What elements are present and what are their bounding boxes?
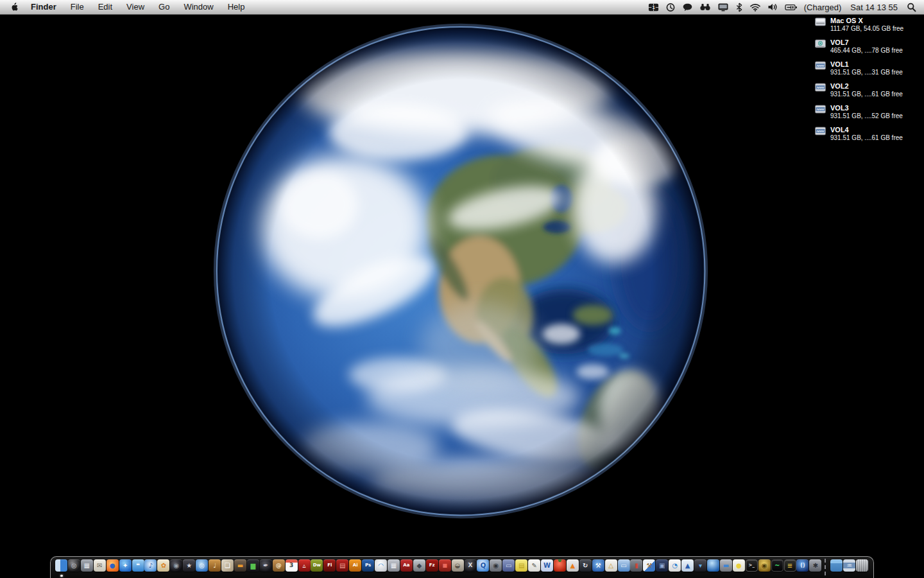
dock-icon-imovie-star[interactable]: ★ bbox=[183, 557, 195, 578]
dock-icon-raid-drive[interactable]: ♒ bbox=[843, 557, 855, 578]
dock-icon-ical[interactable]: 3 bbox=[286, 557, 298, 578]
desktop-volume-vol1[interactable]: VOL1931.51 GB, ....31 GB free bbox=[815, 60, 911, 76]
dock-icon-theater-chair-app[interactable]: ■ bbox=[439, 557, 451, 578]
spaces-icon[interactable]: 1 bbox=[648, 0, 659, 14]
dock-icon-calculator[interactable]: ▦ bbox=[388, 557, 400, 578]
desktop-volume-vol4[interactable]: VOL4931.51 GB, ....61 GB free bbox=[815, 126, 911, 142]
dock-icon-flask-app[interactable]: ▾ bbox=[694, 557, 706, 578]
desktop-volume-mac-os-x[interactable]: Mac OS X111.47 GB, 54.05 GB free bbox=[815, 17, 911, 33]
dock-icon-chart-app[interactable]: ▆ bbox=[247, 557, 259, 578]
desktop-volume-vol2[interactable]: VOL2931.51 GB, ....61 GB free bbox=[815, 82, 911, 98]
dock-icon-finder[interactable] bbox=[55, 557, 67, 578]
battery-label[interactable]: (Charged) bbox=[804, 3, 842, 12]
menu-help[interactable]: Help bbox=[221, 0, 252, 14]
menu-edit[interactable]: Edit bbox=[91, 0, 119, 14]
app-menus: FinderFileEditViewGoWindowHelp bbox=[24, 0, 252, 14]
menu-view[interactable]: View bbox=[119, 0, 151, 14]
frames-app-glyph: ❏ bbox=[225, 559, 230, 572]
dock-icon-lightbulb-app[interactable]: ● bbox=[733, 557, 745, 578]
dock-icon-spaces-app[interactable]: ▦ bbox=[81, 557, 93, 578]
dock-icon-aperture[interactable]: ◉ bbox=[170, 557, 182, 578]
dock-icon-airport-utility[interactable]: ◠ bbox=[375, 557, 387, 578]
dock-icon-itunes[interactable]: ♪ bbox=[144, 557, 157, 578]
dock-icon-activity-monitor[interactable]: ~ bbox=[771, 557, 783, 578]
volume-name: VOL2 bbox=[830, 82, 903, 91]
menu-file[interactable]: File bbox=[64, 0, 91, 14]
dock-icon-firefox[interactable]: ● bbox=[107, 557, 119, 578]
bluetooth-icon[interactable] bbox=[735, 0, 743, 14]
lightbulb-app-glyph: ● bbox=[736, 559, 742, 572]
dock-icon-red-film-app[interactable]: ▤ bbox=[336, 557, 348, 578]
dock-icon-acrobat-reader[interactable]: ▵ bbox=[298, 557, 311, 578]
volume-icon[interactable] bbox=[767, 0, 778, 14]
dock-icon-photoshop[interactable]: Ps bbox=[362, 557, 374, 578]
dock-icon-dictionary[interactable]: Aa bbox=[400, 557, 413, 578]
status-area: 1 (Charged) Sat 14 13 55 bbox=[648, 0, 924, 14]
dock-icon-display-photos-app[interactable]: ▭ bbox=[502, 557, 515, 578]
dock-icon-trash[interactable] bbox=[856, 557, 868, 578]
binoculars-icon[interactable] bbox=[699, 0, 711, 14]
dock-icon-blocks-app[interactable]: ▮ bbox=[630, 557, 642, 578]
dock-icon-loop-arrow-app[interactable]: ↻ bbox=[579, 557, 592, 578]
dock-icon-frames-app[interactable]: ❏ bbox=[221, 557, 234, 578]
dock-icon-tomato-app[interactable] bbox=[554, 557, 566, 578]
dock-icon-textedit[interactable]: ✎ bbox=[528, 557, 540, 578]
dock-icon-dreamweaver[interactable]: Dw bbox=[311, 557, 323, 578]
dock-icon-xcode[interactable]: ⚒ bbox=[592, 557, 604, 578]
garageband-glyph: ♩ bbox=[213, 559, 216, 572]
dock-icon-chart-card-app[interactable]: ◔ bbox=[669, 557, 681, 578]
menu-window[interactable]: Window bbox=[176, 0, 220, 14]
dock-icon-interface-builder[interactable]: △ bbox=[605, 557, 617, 578]
dock-icon-vlc[interactable]: ▲ bbox=[567, 557, 579, 578]
volume-info: 931.51 GB, ....61 GB free bbox=[830, 91, 903, 98]
apple-menu[interactable] bbox=[0, 0, 24, 14]
dock-icon-terminal[interactable]: >_ bbox=[746, 557, 758, 578]
dock-icon-quicktime[interactable]: Q bbox=[477, 557, 489, 578]
dock-icon-sail-app[interactable]: ▲ bbox=[681, 557, 694, 578]
time-machine-icon[interactable] bbox=[665, 0, 676, 14]
wifi-icon[interactable] bbox=[749, 0, 761, 14]
dock-icon-ichat[interactable]: ❝ bbox=[132, 557, 144, 578]
dock-icon-documents-folder[interactable] bbox=[830, 557, 843, 578]
scanner-device-app-glyph: ▬ bbox=[723, 559, 729, 572]
desktop-volume-vol3[interactable]: VOL3931.51 GB, ....52 GB free bbox=[815, 104, 911, 120]
dock-icon-idvd[interactable]: ◎ bbox=[196, 557, 208, 578]
battery-icon[interactable] bbox=[785, 0, 798, 14]
dock-icon-shutter-wheel-app[interactable]: ✱ bbox=[809, 557, 821, 578]
dock-icon-iphoto[interactable]: ✿ bbox=[157, 557, 169, 578]
dock-icon-photo-blue-app[interactable]: ▭ bbox=[618, 557, 630, 578]
dock-icon-podium-app[interactable]: ▬ bbox=[234, 557, 246, 578]
dock-icon-pickaxe-card-app[interactable]: ⚒ bbox=[643, 557, 655, 578]
menu-clock[interactable]: Sat 14 13 55 bbox=[850, 3, 898, 12]
dock-icon-mail[interactable]: ✉ bbox=[94, 557, 106, 578]
dock-icon-stickies[interactable]: ▤ bbox=[515, 557, 527, 578]
display-icon[interactable] bbox=[717, 0, 729, 14]
dock-icon-crest-badge-app[interactable]: ◆ bbox=[413, 557, 425, 578]
dock-icon-hat-app[interactable]: ◒ bbox=[452, 557, 464, 578]
dock-icon-x11[interactable]: X bbox=[465, 557, 477, 578]
dock-icon-vault-box-app[interactable]: ▣ bbox=[656, 557, 668, 578]
ichat-icon[interactable] bbox=[682, 0, 693, 14]
dock-icon-word[interactable]: W bbox=[541, 557, 553, 578]
dock-icon-scanner-device-app[interactable]: ▬ bbox=[720, 557, 732, 578]
dock-icon-dark-disc-app[interactable]: ◎ bbox=[68, 557, 80, 578]
dock-icon-gold-gauge-app[interactable]: ◉ bbox=[758, 557, 771, 578]
dock-icon-safari[interactable]: ✦ bbox=[119, 557, 132, 578]
menu-finder[interactable]: Finder bbox=[24, 0, 64, 14]
dock-icon-meter-widget-app[interactable]: ≡ bbox=[784, 557, 796, 578]
dock-icon-garageband[interactable]: ♩ bbox=[209, 557, 221, 578]
dock-icon-address-book[interactable]: @ bbox=[273, 557, 285, 578]
dock-icon-screen-sharing[interactable]: ◉ bbox=[490, 557, 502, 578]
volume-name: Mac OS X bbox=[830, 17, 903, 25]
spotlight-icon[interactable] bbox=[907, 0, 916, 14]
dock-icon-illustrator[interactable]: Ai bbox=[349, 557, 361, 578]
dock-icon-blue-orb-app[interactable]: () bbox=[796, 557, 809, 578]
gold-gauge-app-glyph: ◉ bbox=[762, 559, 767, 572]
dock-icon-filezilla[interactable]: Fz bbox=[426, 557, 438, 578]
desktop-volume-vol7[interactable]: VOL7465.44 GB, ....78 GB free bbox=[815, 39, 911, 55]
dock-icon-blue-sphere-app[interactable] bbox=[707, 557, 719, 578]
desktop-volumes: Mac OS X111.47 GB, 54.05 GB freeVOL7465.… bbox=[815, 17, 911, 148]
dock-icon-flash[interactable]: Fl bbox=[323, 557, 336, 578]
menu-go[interactable]: Go bbox=[151, 0, 176, 14]
dock-icon-pen-circle-app[interactable]: ✒ bbox=[260, 557, 272, 578]
